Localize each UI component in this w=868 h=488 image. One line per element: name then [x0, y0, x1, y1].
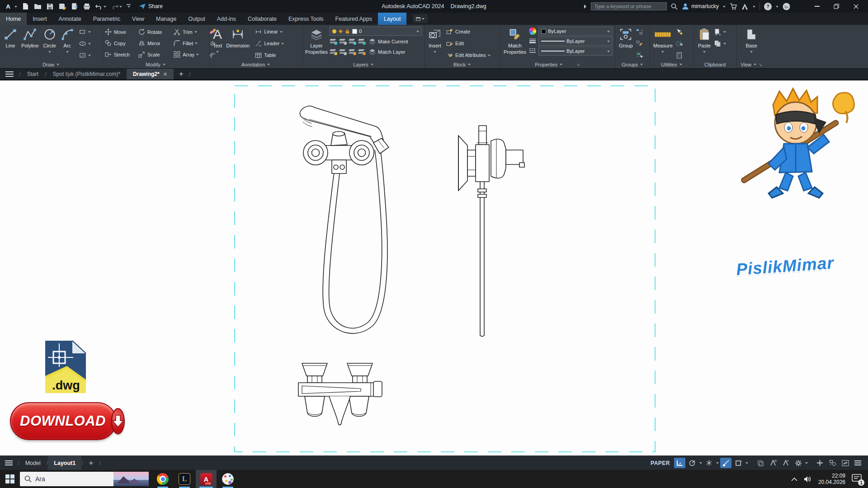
group-selection-toggle[interactable] [636, 51, 643, 60]
tab-layout[interactable]: Layout [378, 13, 407, 25]
panel-expander-icon[interactable]: ↘ [576, 62, 580, 67]
tab-collaborate[interactable]: Collaborate [242, 13, 283, 25]
polyline-button[interactable]: Polyline [20, 26, 40, 61]
layer-tool-icon[interactable] [349, 38, 356, 44]
lineweight-dropdown[interactable]: ByLayer [538, 37, 613, 46]
mirror-button[interactable]: Mirror [138, 39, 173, 48]
search-highlight-image[interactable] [113, 472, 149, 486]
arc-button[interactable]: Arc [59, 26, 75, 61]
tab-home[interactable]: Home [0, 13, 27, 25]
layer-tool-icon[interactable] [330, 38, 337, 44]
chevron-down-icon[interactable] [723, 6, 726, 9]
move-button[interactable]: Move [104, 28, 138, 37]
object-snap-tracking-toggle[interactable] [720, 458, 731, 468]
taskbar-app-paint[interactable] [217, 470, 238, 488]
print-icon[interactable] [83, 3, 90, 10]
rotate-button[interactable]: Rotate [138, 28, 173, 37]
panel-expander-icon[interactable]: ↘ [759, 62, 762, 67]
panel-label-properties[interactable]: Properties↘ [500, 61, 615, 68]
match-layer-button[interactable]: Match Layer [368, 47, 406, 56]
chevron-down-icon[interactable] [753, 6, 755, 9]
paper-space-toggle[interactable]: PAPER [651, 460, 670, 466]
open-folder-icon[interactable] [34, 3, 42, 10]
model-tab[interactable]: Model [19, 456, 47, 470]
line-button[interactable]: Line [2, 26, 19, 61]
notification-center-button[interactable]: 1 [852, 474, 863, 484]
layout1-tab[interactable]: Layout1 [48, 456, 81, 470]
ellipse-button[interactable] [79, 39, 91, 48]
trim-button[interactable]: Trim [173, 28, 208, 37]
ungroup-button[interactable] [636, 27, 643, 36]
share-button[interactable]: Share [139, 3, 163, 9]
close-button[interactable] [848, 0, 863, 12]
panel-label-modify[interactable]: Modify [102, 61, 209, 68]
stretch-button[interactable]: Stretch [104, 50, 138, 59]
taskbar-app-league[interactable]: L [174, 470, 195, 488]
taskbar-search[interactable] [20, 472, 149, 486]
panel-label-draw[interactable]: Draw [0, 61, 102, 68]
measure-button[interactable]: Measure [652, 26, 674, 61]
chevron-down-icon[interactable] [716, 462, 719, 465]
layer-tool-icon[interactable] [358, 49, 365, 55]
panel-label-groups[interactable]: Groups [615, 61, 649, 68]
rectangle-button[interactable] [79, 27, 91, 36]
restore-button[interactable] [829, 0, 844, 12]
panel-label-annotation[interactable]: Annotation [209, 61, 302, 68]
clean-screen-button[interactable] [840, 458, 851, 468]
panel-label-layers[interactable]: Layers [302, 61, 424, 68]
copy-clip-button[interactable] [714, 39, 726, 48]
group-button[interactable]: Group [618, 26, 634, 61]
dimension-button[interactable]: Dimension [225, 26, 251, 61]
save-icon[interactable] [46, 3, 54, 10]
quick-calculator-button[interactable] [675, 51, 683, 60]
copy-button[interactable]: Copy [104, 39, 138, 48]
taskbar-app-chrome[interactable] [152, 470, 173, 488]
taskbar-app-autocad[interactable]: ACAD [196, 470, 217, 488]
object-snap-toggle[interactable] [733, 458, 744, 468]
help-icon[interactable]: ? [764, 3, 772, 10]
file-tabs-menu-icon[interactable] [0, 69, 19, 80]
base-view-button[interactable]: Base [743, 26, 760, 61]
chevron-down-icon[interactable] [745, 462, 748, 465]
file-tab-start[interactable]: Start [21, 69, 45, 80]
new-layout-button[interactable]: + [83, 456, 99, 470]
taskbar-chevron-up-icon[interactable] [791, 477, 797, 481]
chevron-down-icon[interactable] [699, 462, 702, 465]
insert-block-button[interactable]: Insert [427, 26, 443, 61]
ortho-mode-toggle[interactable] [674, 458, 685, 468]
layer-tool-icon[interactable] [339, 49, 346, 55]
expand-search-icon[interactable] [584, 5, 587, 9]
cart-icon[interactable] [730, 3, 737, 10]
linear-dimension-button[interactable]: Linear [255, 27, 284, 36]
ribbon-display-toggle[interactable] [413, 14, 428, 23]
taskbar-clock[interactable]: 22:09 20.04.2026 [818, 473, 845, 485]
annotation-autoscale-toggle[interactable] [780, 458, 791, 468]
text-button[interactable]: AText [212, 26, 223, 61]
customization-menu-icon[interactable] [852, 458, 863, 468]
isodraft-toggle[interactable] [703, 458, 715, 468]
tab-output[interactable]: Output [182, 13, 211, 25]
quick-select-button[interactable] [675, 27, 683, 36]
match-properties-button[interactable]: MatchProperties [502, 26, 528, 61]
redo-button[interactable] [111, 3, 122, 10]
fillet-button[interactable]: Fillet [173, 39, 208, 48]
new-file-icon[interactable] [22, 3, 29, 10]
layer-tool-icon[interactable] [330, 49, 337, 55]
save-as-icon[interactable] [58, 3, 66, 10]
new-drawing-tab-button[interactable]: + [174, 69, 189, 80]
qat-customize-button[interactable] [127, 4, 131, 9]
annotation-scale-gear-button[interactable] [793, 458, 804, 468]
tab-view[interactable]: View [126, 13, 150, 25]
mobile-upload-icon[interactable] [71, 3, 78, 10]
object-color-dropdown[interactable]: ByLayer [538, 27, 613, 36]
polar-tracking-toggle[interactable] [687, 458, 698, 468]
autodesk-icon[interactable] [741, 3, 749, 10]
chevron-down-icon[interactable] [805, 462, 808, 465]
layer-select-dropdown[interactable]: 0 [330, 27, 422, 36]
chevron-down-icon[interactable] [776, 6, 778, 9]
tab-insert[interactable]: Insert [27, 13, 52, 25]
layer-tool-icon[interactable] [358, 38, 365, 44]
group-edit-button[interactable] [636, 39, 643, 48]
panel-label-view[interactable]: View↘ [736, 61, 766, 68]
linetype-dropdown[interactable]: ByLayer [538, 47, 613, 56]
